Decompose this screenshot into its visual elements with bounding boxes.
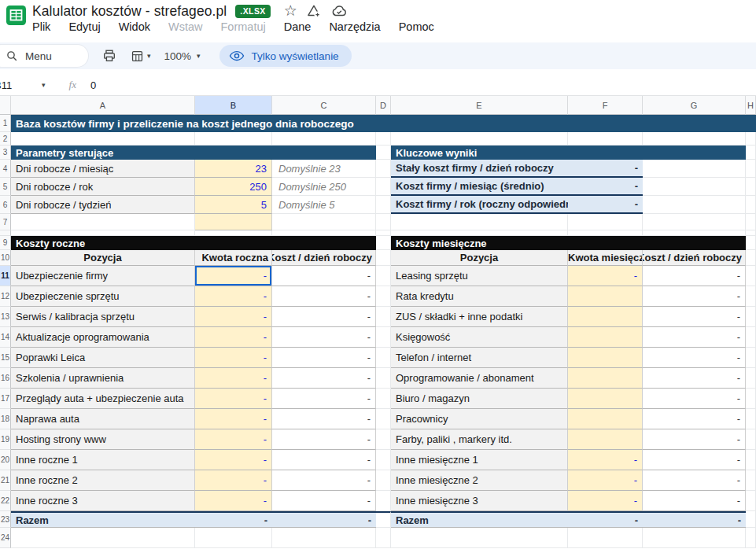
empty-cell[interactable]: [746, 230, 756, 236]
row-header-7[interactable]: 7: [0, 214, 11, 230]
monthly-label-cell[interactable]: Inne miesięczne 3: [391, 491, 568, 511]
empty-cell[interactable]: [376, 450, 391, 470]
result-label-cell[interactable]: Koszt firmy / miesiąc (średnio): [391, 178, 568, 196]
row-header-21[interactable]: 21: [0, 470, 11, 491]
star-icon[interactable]: ☆: [284, 4, 297, 18]
monthly-amount-cell[interactable]: [568, 368, 643, 389]
col-header-a[interactable]: A: [11, 96, 195, 115]
monthly-perday-cell[interactable]: -: [643, 409, 746, 429]
empty-cell[interactable]: [746, 327, 756, 348]
annual-label-cell[interactable]: Inne roczne 3: [11, 491, 195, 511]
empty-cell[interactable]: [746, 196, 756, 214]
annual-perday-cell[interactable]: -: [272, 348, 376, 368]
empty-cell[interactable]: [272, 528, 376, 548]
annual-total-perday[interactable]: -: [272, 511, 376, 528]
empty-cell[interactable]: [376, 146, 391, 160]
annual-perday-cell[interactable]: -: [272, 389, 376, 409]
annual-perday-cell[interactable]: -: [272, 450, 376, 470]
monthly-perday-cell[interactable]: -: [643, 286, 746, 307]
print-button[interactable]: [102, 49, 116, 63]
row-header-13[interactable]: 13: [0, 307, 11, 327]
empty-cell[interactable]: [568, 528, 643, 548]
annual-total-amount[interactable]: -: [195, 511, 272, 528]
monthly-perday-cell[interactable]: -: [643, 470, 746, 491]
empty-cell[interactable]: [376, 307, 391, 327]
monthly-amount-cell[interactable]: [568, 429, 643, 450]
col-header-b[interactable]: B: [195, 96, 272, 115]
empty-cell[interactable]: [643, 132, 746, 146]
monthly-label-cell[interactable]: Biuro / magazyn: [391, 389, 568, 409]
annual-perday-cell[interactable]: -: [272, 327, 376, 348]
annual-label-cell[interactable]: Inne roczne 2: [11, 470, 195, 491]
monthly-perday-cell[interactable]: -: [643, 266, 746, 286]
result-value-cell[interactable]: -: [568, 196, 643, 214]
monthly-amount-cell[interactable]: -: [568, 491, 643, 511]
annual-perday-cell[interactable]: -: [272, 286, 376, 307]
empty-cell[interactable]: [746, 450, 756, 470]
format-table-button[interactable]: ▾: [131, 50, 151, 63]
menu-edytuj[interactable]: Edytuj: [68, 20, 100, 33]
annual-amount-cell[interactable]: -: [195, 409, 272, 429]
row-header-6[interactable]: 6: [0, 196, 11, 214]
empty-cell[interactable]: [376, 368, 391, 389]
menu-pomoc[interactable]: Pomoc: [399, 20, 434, 33]
empty-cell[interactable]: [11, 214, 195, 230]
row-header-24[interactable]: 24: [0, 528, 11, 548]
empty-cell[interactable]: [746, 160, 756, 178]
result-label-cell[interactable]: Koszt firmy / rok (roczny odpowiednik]: [391, 196, 568, 214]
annual-label-cell[interactable]: Ubezpieczenie sprzętu: [11, 286, 195, 307]
annual-perday-cell[interactable]: -: [272, 266, 376, 286]
empty-cell[interactable]: [746, 429, 756, 450]
annual-colhdr-pozycja[interactable]: Pozycja: [11, 250, 195, 266]
annual-amount-cell[interactable]: -: [195, 348, 272, 368]
empty-cell[interactable]: [746, 470, 756, 491]
empty-cell[interactable]: [746, 409, 756, 429]
document-title[interactable]: Kalulator kosztów - strefageo.pl: [32, 3, 227, 20]
row-header-22[interactable]: 22: [0, 491, 11, 511]
annual-perday-cell[interactable]: -: [272, 307, 376, 327]
monthly-perday-cell[interactable]: -: [643, 368, 746, 389]
menu-narzedzia[interactable]: Narzędzia: [329, 20, 380, 33]
row-header-2[interactable]: 2: [0, 132, 11, 146]
empty-cell[interactable]: [376, 348, 391, 368]
empty-cell[interactable]: [746, 146, 756, 160]
monthly-label-cell[interactable]: Leasing sprzętu: [391, 266, 568, 286]
monthly-amount-cell[interactable]: [568, 286, 643, 307]
monthly-colhdr-kwota[interactable]: Kwota miesięczna: [568, 250, 643, 266]
empty-cell[interactable]: [746, 389, 756, 409]
monthly-colhdr-pozycja[interactable]: Pozycja: [391, 250, 568, 266]
empty-cell[interactable]: [391, 132, 568, 146]
results-header-cell[interactable]: Kluczowe wyniki: [391, 146, 746, 160]
row-header-19[interactable]: 19: [0, 429, 11, 450]
annual-amount-cell[interactable]: -: [195, 286, 272, 307]
monthly-amount-cell[interactable]: [568, 409, 643, 429]
row-header-4[interactable]: 4: [0, 160, 11, 178]
empty-cell[interactable]: [376, 214, 391, 230]
empty-cell[interactable]: [272, 132, 376, 146]
annual-amount-cell[interactable]: -: [195, 491, 272, 511]
empty-cell[interactable]: [376, 491, 391, 511]
empty-cell[interactable]: [376, 528, 391, 548]
row-header-11[interactable]: 11: [0, 266, 11, 286]
empty-cell[interactable]: [376, 511, 391, 528]
monthly-amount-cell[interactable]: [568, 307, 643, 327]
row-header-15[interactable]: 15: [0, 348, 11, 368]
sheets-logo-icon[interactable]: [6, 6, 26, 25]
empty-cell[interactable]: [376, 160, 391, 178]
row-header-23[interactable]: 23: [0, 511, 11, 528]
annual-label-cell[interactable]: Szkolenia / uprawnienia: [11, 368, 195, 389]
row-header-5[interactable]: 5: [0, 178, 11, 196]
empty-cell[interactable]: [746, 286, 756, 307]
cell-reference-box[interactable]: B11: [0, 79, 37, 91]
drive-shortcut-icon[interactable]: [306, 3, 322, 19]
param-label-cell[interactable]: Dni robocze / tydzień: [11, 196, 195, 214]
row-header-3[interactable]: 3: [0, 146, 11, 160]
empty-cell[interactable]: [195, 132, 272, 146]
empty-cell[interactable]: [195, 230, 272, 236]
menu-dane[interactable]: Dane: [284, 20, 312, 33]
monthly-perday-cell[interactable]: -: [643, 450, 746, 470]
monthly-total-amount[interactable]: -: [568, 511, 643, 528]
empty-cell[interactable]: [376, 286, 391, 307]
annual-amount-cell[interactable]: -: [195, 327, 272, 348]
annual-perday-cell[interactable]: -: [272, 409, 376, 429]
